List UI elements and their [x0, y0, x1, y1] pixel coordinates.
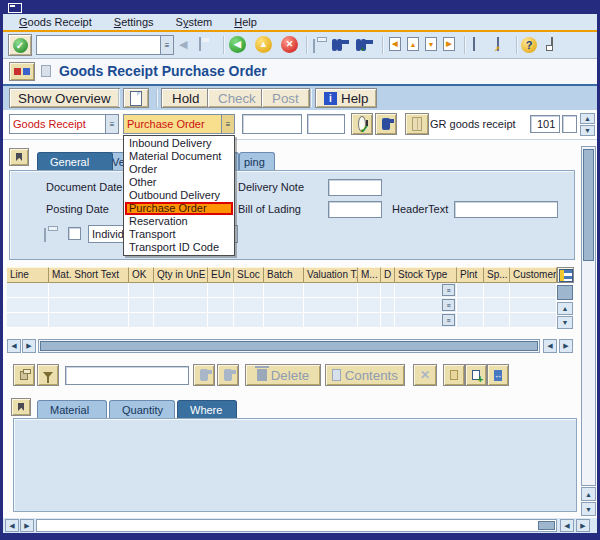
table-cell[interactable] [208, 283, 234, 298]
stock-type-combo-icon[interactable]: ≡ [442, 314, 455, 326]
table-settings-button[interactable] [557, 267, 574, 283]
command-field[interactable]: ≡ [36, 35, 174, 55]
column-header-line[interactable]: Line [7, 267, 49, 283]
column-header-sp[interactable]: Sp... [484, 267, 510, 283]
column-header-mat-short-text[interactable]: Mat. Short Text [49, 267, 129, 283]
table-cell[interactable]: ≡ [395, 283, 457, 298]
table-cell[interactable] [154, 283, 208, 298]
window-menu-icon[interactable] [8, 3, 22, 13]
first-page-icon[interactable]: ◀ [389, 37, 401, 51]
post-button[interactable]: Post [261, 88, 310, 108]
table-cell[interactable] [358, 283, 381, 298]
dropdown-item-transport-id-code[interactable]: Transport ID Code [125, 241, 233, 254]
item-find-button[interactable] [193, 364, 215, 386]
table-cell[interactable] [510, 313, 557, 328]
dropdown-item-purchase-order[interactable]: Purchase Order [125, 202, 233, 215]
main-vscroll-down-button[interactable]: ▼ [581, 502, 596, 516]
table-cell[interactable]: ≡ [395, 313, 457, 328]
column-header-plnt[interactable]: Plnt [457, 267, 484, 283]
dropdown-item-reservation[interactable]: Reservation [125, 215, 233, 228]
dropdown-item-outbound-delivery[interactable]: Outbound Delivery [125, 189, 233, 202]
table-cell[interactable] [381, 313, 395, 328]
table-cell[interactable] [484, 283, 510, 298]
table-cell[interactable] [358, 298, 381, 313]
new-document-button[interactable] [123, 88, 149, 108]
dropdown-item-inbound-delivery[interactable]: Inbound Delivery [125, 137, 233, 150]
main-vscroll-track[interactable] [581, 146, 596, 486]
help-button[interactable]: iHelp [315, 88, 377, 108]
column-header-m[interactable]: M... [358, 267, 381, 283]
item-find-next-button[interactable] [217, 364, 239, 386]
table-cell[interactable] [129, 313, 154, 328]
menu-item-system[interactable]: System [176, 16, 213, 28]
title-doc-icon[interactable] [41, 65, 51, 77]
table-cell[interactable] [457, 298, 484, 313]
spinner-down-button[interactable]: ▼ [580, 125, 595, 136]
main-vscroll-up-button[interactable]: ▲ [581, 487, 596, 501]
new-session-icon[interactable] [473, 37, 475, 51]
movement-type-field[interactable]: 101 [530, 115, 560, 133]
dropdown-item-material-document[interactable]: Material Document [125, 150, 233, 163]
table-cell[interactable] [457, 313, 484, 328]
exit-icon[interactable]: ▲ [255, 36, 272, 53]
detail-grid-button[interactable] [405, 113, 429, 135]
action-combo[interactable]: Goods Receipt ≡ [9, 114, 119, 134]
table-cell[interactable] [358, 313, 381, 328]
table-hscroll-left-button[interactable]: ◀ [7, 339, 21, 353]
table-cell[interactable] [381, 283, 395, 298]
hold-button[interactable]: Hold [161, 88, 210, 108]
menu-item-settings[interactable]: Settings [114, 16, 154, 28]
table-cell[interactable] [208, 313, 234, 328]
bottom-hscroll-right-button[interactable]: ▶ [20, 519, 34, 532]
check-button[interactable]: Check [207, 88, 267, 108]
column-header-qty-in-une[interactable]: Qty in UnE [154, 267, 208, 283]
table-cell[interactable] [381, 298, 395, 313]
table-vscroll-thumb[interactable] [557, 285, 573, 300]
command-history-icon[interactable]: ≡ [160, 36, 173, 54]
dropdown-item-other[interactable]: Other [125, 176, 233, 189]
print-icon[interactable] [313, 39, 315, 53]
bottom-hscroll-left-button[interactable]: ◀ [5, 519, 19, 532]
execute-button[interactable] [351, 113, 373, 135]
last-page-icon[interactable]: ▶ [443, 37, 455, 51]
distribute-button[interactable]: ↔ [487, 364, 509, 386]
table-hscroll-track[interactable] [38, 339, 540, 353]
table-hscroll-thumb[interactable] [40, 341, 538, 351]
table-cell[interactable] [234, 313, 264, 328]
table-cell[interactable] [264, 283, 304, 298]
table-cell[interactable] [484, 298, 510, 313]
table-cell[interactable] [510, 283, 557, 298]
table-cell[interactable] [304, 298, 358, 313]
table-cell[interactable] [484, 313, 510, 328]
column-header-customer[interactable]: Customer [510, 267, 557, 283]
table-scroll-up-button[interactable]: ▲ [557, 302, 573, 315]
table-cell[interactable] [7, 283, 49, 298]
column-header-d[interactable]: D [381, 267, 395, 283]
table-cell[interactable] [264, 298, 304, 313]
previous-page-icon[interactable]: ▲ [407, 37, 419, 51]
tab-ping[interactable]: ping [239, 152, 275, 170]
table-cell[interactable] [49, 298, 129, 313]
tab-material[interactable]: Material [37, 400, 107, 418]
bill-of-lading-field[interactable] [328, 201, 382, 218]
column-header-valuation-t[interactable]: Valuation T... [304, 267, 358, 283]
table-cell[interactable] [129, 298, 154, 313]
table-cell[interactable] [510, 298, 557, 313]
header-text-field[interactable] [454, 201, 558, 218]
table-hscroll-left2-button[interactable]: ◀ [543, 339, 557, 353]
print-slip-icon[interactable] [44, 228, 46, 242]
table-cell[interactable] [304, 313, 358, 328]
table-cell[interactable] [49, 313, 129, 328]
print-via-output-checkbox[interactable] [68, 227, 81, 240]
customize-layout-icon[interactable] [551, 37, 553, 51]
po-item-field[interactable] [307, 114, 345, 134]
services-for-object-button[interactable] [9, 62, 35, 81]
bottom-hscroll-thumb[interactable] [538, 521, 555, 530]
column-header-sloc[interactable]: SLoc [234, 267, 264, 283]
special-stock-field[interactable] [562, 115, 577, 133]
tab-general[interactable]: General [37, 152, 113, 170]
menu-item-help[interactable]: Help [234, 16, 257, 28]
table-cell[interactable] [49, 283, 129, 298]
bottom-hscroll-track[interactable] [36, 519, 557, 532]
contents-button[interactable]: Contents [325, 364, 405, 386]
